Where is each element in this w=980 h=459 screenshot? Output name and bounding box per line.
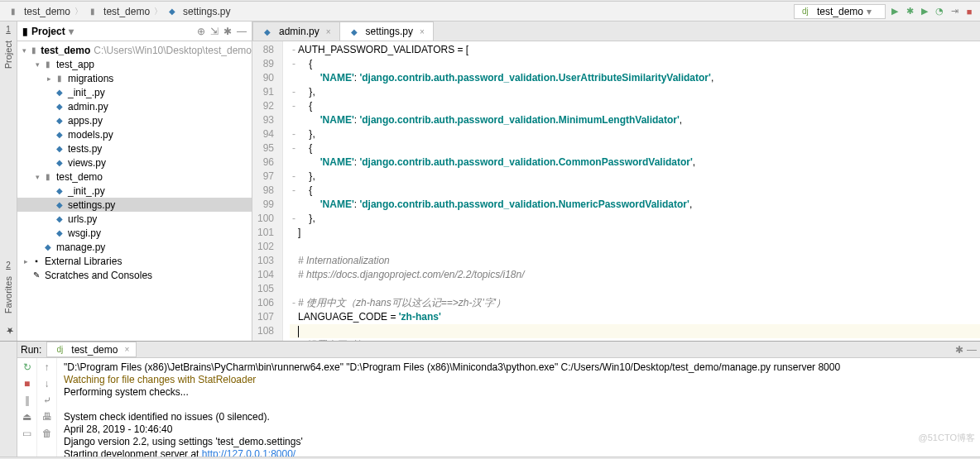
tree-row[interactable]: ◆models.py bbox=[17, 127, 252, 141]
tree-row[interactable]: ◆views.py bbox=[17, 155, 252, 170]
tab-admin[interactable]: ◆admin.py× bbox=[252, 22, 340, 41]
trash-icon[interactable]: 🗑 bbox=[42, 428, 52, 439]
tab-settings[interactable]: ◆settings.py× bbox=[339, 22, 434, 41]
layout-icon[interactable]: ▭ bbox=[22, 428, 31, 439]
folder-icon: ▮ bbox=[7, 6, 19, 17]
folder-icon: ▮ bbox=[87, 6, 98, 17]
code-editor[interactable]: 8889909192939495969798991001011021031041… bbox=[252, 41, 980, 341]
project-tool-tab[interactable]: Project bbox=[2, 36, 15, 74]
favorites-tool-number[interactable]: 2 bbox=[6, 261, 11, 270]
left-toolwindow-stripe: 1 Project 2 Favorites ★ bbox=[0, 22, 17, 341]
run-tool-window: Run: djtest_demo× ✱ — ↻ ■ ‖ ⏏ ▭ ↑ ↓ ⤶ 🖶 … bbox=[0, 341, 980, 457]
django-icon: dj bbox=[800, 6, 811, 17]
up-icon[interactable]: ↑ bbox=[45, 361, 50, 373]
structure-tool-tab[interactable]: ★ bbox=[2, 320, 16, 341]
stop-icon[interactable]: ■ bbox=[24, 378, 30, 390]
navigation-bar: ▮test_demo 〉 ▮test_demo 〉 ◆settings.py d… bbox=[0, 2, 980, 22]
console-output[interactable]: "D:\Program Files (x86)\JetBrains\PyChar… bbox=[57, 358, 980, 457]
tree-row[interactable]: ◆urls.py bbox=[17, 212, 252, 226]
tree-row[interactable]: ◆manage.py bbox=[17, 240, 252, 254]
hide-icon[interactable]: — bbox=[967, 344, 977, 356]
exit-icon[interactable]: ⏏ bbox=[22, 411, 31, 423]
run-tab[interactable]: djtest_demo× bbox=[46, 342, 137, 357]
down-icon[interactable]: ↓ bbox=[45, 378, 50, 390]
chevron-right-icon: 〉 bbox=[74, 6, 83, 17]
editor-tabs: ◆admin.py× ◆settings.py× bbox=[252, 22, 980, 41]
tree-row[interactable]: ▾▮test_demoC:\Users\Win10\Desktop\test_d… bbox=[17, 43, 252, 57]
stop-icon[interactable]: ■ bbox=[963, 6, 975, 17]
tree-row[interactable]: ◆_init_.py bbox=[17, 85, 252, 99]
hide-icon[interactable]: — bbox=[237, 26, 247, 37]
code-content[interactable]: -AUTH_PASSWORD_VALIDATORS = [- { 'NAME':… bbox=[283, 41, 980, 341]
tree-row[interactable]: ▾▮test_app bbox=[17, 57, 252, 71]
breadcrumb-item[interactable]: ▮test_demo bbox=[5, 6, 73, 17]
rerun-icon[interactable]: ↻ bbox=[23, 361, 31, 373]
tree-row[interactable]: ◆settings.py bbox=[17, 198, 252, 212]
settings-icon[interactable]: ✱ bbox=[955, 344, 963, 356]
tree-row[interactable]: ◆tests.py bbox=[17, 141, 252, 155]
tree-row[interactable]: ✎Scratches and Consoles bbox=[17, 268, 252, 282]
expand-all-icon[interactable]: ⇲ bbox=[210, 26, 219, 37]
chevron-down-icon: ▾ bbox=[867, 6, 872, 17]
python-file-icon: ◆ bbox=[348, 26, 360, 37]
pause-icon[interactable]: ‖ bbox=[25, 394, 30, 406]
coverage-icon[interactable]: ▶ bbox=[919, 6, 930, 17]
debug-icon[interactable]: ✱ bbox=[904, 6, 915, 17]
tree-row[interactable]: ◆_init_.py bbox=[17, 184, 252, 198]
tree-row[interactable]: ◆wsgi.py bbox=[17, 226, 252, 240]
favorites-tool-tab[interactable]: Favorites bbox=[2, 271, 15, 318]
profile-icon[interactable]: ◔ bbox=[934, 6, 945, 17]
project-panel: ▮Project▾ ⊕ ⇲ ✱ — ▾▮test_demoC:\Users\Wi… bbox=[17, 22, 252, 341]
attach-icon[interactable]: ⇥ bbox=[949, 6, 960, 17]
breadcrumb-item[interactable]: ▮test_demo bbox=[84, 6, 152, 17]
tree-row[interactable]: ◆admin.py bbox=[17, 99, 252, 113]
close-icon[interactable]: × bbox=[124, 345, 129, 354]
python-file-icon: ◆ bbox=[262, 26, 273, 37]
tree-row[interactable]: ▾▮test_demo bbox=[17, 170, 252, 184]
tree-row[interactable]: ◆apps.py bbox=[17, 113, 252, 127]
python-file-icon: ◆ bbox=[166, 6, 178, 17]
select-opened-file-icon[interactable]: ⊕ bbox=[197, 26, 205, 37]
tree-row[interactable]: ▸▮migrations bbox=[17, 71, 252, 85]
run-label: Run: bbox=[21, 344, 41, 356]
breadcrumb-item[interactable]: ◆settings.py bbox=[164, 6, 233, 17]
project-tree[interactable]: ▾▮test_demoC:\Users\Win10\Desktop\test_d… bbox=[17, 41, 252, 341]
close-icon[interactable]: × bbox=[420, 27, 425, 36]
close-icon[interactable]: × bbox=[326, 27, 331, 36]
wrap-icon[interactable]: ⤶ bbox=[43, 394, 51, 406]
django-icon: dj bbox=[54, 344, 65, 356]
tree-row[interactable]: ▸▪External Libraries bbox=[17, 254, 252, 268]
project-tool-number[interactable]: 1 bbox=[6, 25, 11, 34]
run-icon[interactable]: ▶ bbox=[889, 6, 901, 17]
project-panel-title[interactable]: ▮Project▾ bbox=[22, 26, 74, 37]
chevron-right-icon: 〉 bbox=[154, 6, 162, 17]
settings-icon[interactable]: ✱ bbox=[223, 26, 232, 37]
run-config-selector[interactable]: djtest_demo▾ bbox=[794, 4, 886, 19]
print-icon[interactable]: 🖶 bbox=[42, 411, 52, 423]
line-gutter[interactable]: 8889909192939495969798991001011021031041… bbox=[252, 41, 283, 341]
watermark: @51CTO博客 bbox=[919, 432, 975, 444]
